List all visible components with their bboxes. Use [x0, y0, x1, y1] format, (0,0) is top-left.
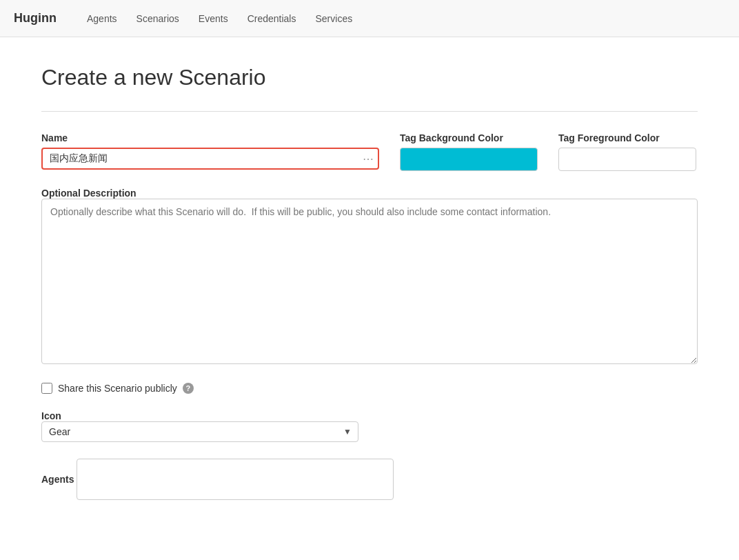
description-textarea[interactable] [41, 199, 698, 364]
navbar-links: Agents Scenarios Events Credentials Serv… [77, 2, 362, 35]
nav-agents[interactable]: Agents [77, 2, 127, 35]
agents-label: Agents [41, 474, 74, 485]
share-checkbox[interactable] [41, 383, 52, 394]
icon-label: Icon [41, 410, 61, 421]
icon-group: Icon Gear Star Heart Globe Bell Cog Home… [41, 410, 698, 442]
icon-select[interactable]: Gear Star Heart Globe Bell Cog Home [41, 421, 358, 442]
navbar-brand[interactable]: Huginn [14, 11, 57, 26]
name-group: Name ⋯ [41, 132, 379, 170]
page-title: Create a new Scenario [41, 65, 698, 90]
name-input[interactable] [41, 148, 379, 170]
tag-fg-label: Tag Foreground Color [558, 132, 696, 143]
paste-icon: ⋯ [363, 152, 374, 166]
agents-group: Agents [41, 459, 698, 500]
main-content: Create a new Scenario Name ⋯ Tag Backgro… [0, 37, 739, 544]
share-label: Share this Scenario publicly [58, 383, 177, 394]
tag-bg-label: Tag Background Color [400, 132, 538, 143]
navbar: Huginn Agents Scenarios Events Credentia… [0, 0, 739, 37]
tag-fg-color-preview[interactable] [558, 148, 696, 171]
name-input-wrapper: ⋯ [41, 148, 379, 170]
agents-input[interactable] [77, 459, 394, 500]
tag-bg-group: Tag Background Color [400, 132, 538, 171]
share-help-icon[interactable]: ? [183, 383, 194, 394]
nav-scenarios[interactable]: Scenarios [127, 2, 189, 35]
tag-fg-group: Tag Foreground Color [558, 132, 696, 171]
divider [41, 111, 698, 112]
description-group: Optional Description [41, 188, 698, 366]
nav-services[interactable]: Services [305, 2, 362, 35]
share-row: Share this Scenario publicly ? [41, 383, 698, 394]
description-label: Optional Description [41, 188, 136, 199]
name-tags-row: Name ⋯ Tag Background Color Tag Foregrou… [41, 132, 698, 171]
icon-select-wrapper: Gear Star Heart Globe Bell Cog Home ▼ [41, 421, 358, 442]
tag-bg-color-preview[interactable] [400, 148, 538, 171]
nav-credentials[interactable]: Credentials [238, 2, 306, 35]
nav-events[interactable]: Events [189, 2, 238, 35]
name-label: Name [41, 132, 379, 143]
